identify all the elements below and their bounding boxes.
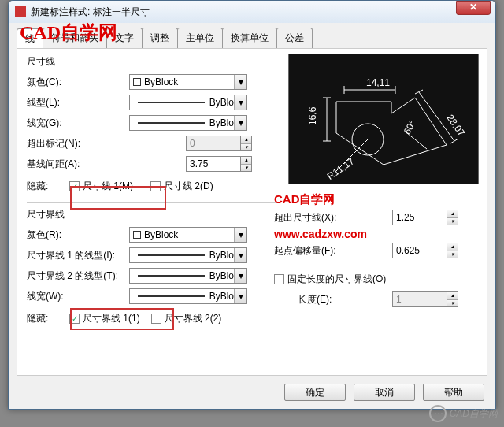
label-beyond-x: 超出尺寸线(X): [274, 211, 361, 225]
ok-button[interactable]: 确定 [284, 384, 346, 401]
chevron-down-icon: ▾ [234, 95, 246, 110]
watermark-mid2: www.cadzxw.com [274, 228, 479, 240]
svg-text:60°: 60° [402, 118, 418, 136]
chevron-down-icon: ▾ [234, 228, 246, 242]
checkbox-dimline-2[interactable] [150, 181, 161, 191]
line-sample-icon [138, 102, 205, 103]
watermark-mid1: CAD自学网 [274, 192, 479, 207]
dialog-buttons: 确定 取消 帮助 [284, 384, 484, 401]
chevron-down-icon: ▾ [234, 116, 246, 130]
tab-alt[interactable]: 换算单位 [222, 28, 277, 48]
checkbox-extline-1[interactable]: ✓ [69, 314, 80, 324]
svg-text:28,07: 28,07 [445, 113, 468, 139]
tab-primary[interactable]: 主单位 [177, 28, 223, 48]
chevron-down-icon: ▾ [234, 248, 246, 262]
chevron-down-icon: ▾ [234, 269, 246, 283]
window-title: 新建标注样式: 标注一半尺寸 [31, 6, 150, 19]
select-color-r[interactable]: ByBlock▾ [129, 227, 247, 243]
label-lineweight-w: 线宽(W): [27, 290, 129, 303]
spinner-baseline-a[interactable]: ▴▾ [241, 156, 252, 172]
select-lineweight-g[interactable]: ByBlock▾ [129, 115, 247, 131]
app-icon [15, 6, 26, 17]
line-sample-icon [138, 295, 205, 297]
label-hide2: 隐藏: [27, 312, 69, 325]
dialog-window: 新建标注样式: 标注一半尺寸 ✕ CAD自学网 线 符号和箭头 文字 调整 主单… [8, 0, 496, 410]
label-baseline-a: 基线间距(A): [27, 158, 129, 171]
line-sample-icon [138, 275, 205, 277]
label-extline-1: 尺寸界线 1(1) [83, 312, 140, 325]
label-ext1-linetype: 尺寸界线 1 的线型(I): [27, 249, 129, 262]
spinner-offset-f[interactable]: ▴▾ [447, 243, 458, 258]
label-lineweight-g: 线宽(G): [27, 117, 129, 130]
label-dimline-2: 尺寸线 2(D) [164, 180, 213, 193]
group-extension-line: 尺寸界线 颜色(R): ByBlock▾ 尺寸界线 1 的线型(I): ByBl… [27, 202, 279, 330]
select-lineweight-w[interactable]: ByBlock▾ [129, 288, 247, 304]
label-extend-n: 超出标记(N): [27, 137, 129, 150]
watermark-footer: ⋯ CAD自学网 [429, 405, 498, 422]
select-ext1-linetype[interactable]: ByBlock▾ [129, 247, 247, 263]
watermark-top: CAD自学网 [20, 20, 117, 45]
input-extend-n [186, 136, 241, 151]
chevron-down-icon: ▾ [234, 75, 246, 89]
checkbox-fixed-length[interactable] [274, 274, 284, 284]
select-color-c[interactable]: ByBlock▾ [129, 74, 247, 90]
label-fixed-length: 固定长度的尺寸界线(O) [287, 273, 386, 286]
svg-text:16,6: 16,6 [307, 106, 318, 125]
svg-text:14,11: 14,11 [366, 77, 390, 88]
input-beyond-x[interactable] [392, 210, 447, 225]
spinner-length-e: ▴▾ [447, 291, 458, 307]
help-button[interactable]: 帮助 [423, 384, 484, 401]
select-linetype-l[interactable]: ByBlock▾ [129, 95, 247, 110]
spinner-extend-n: ▴▾ [241, 136, 252, 151]
tab-content: 14,11 16,6 28,07 60° R11,17 尺寸线 颜色(C): B… [17, 48, 487, 376]
preview-svg: 14,11 16,6 28,07 60° R11,17 [289, 54, 480, 185]
label-length-e: 长度(E): [298, 293, 361, 306]
dimension-preview: 14,11 16,6 28,07 60° R11,17 [288, 54, 479, 184]
tab-fit[interactable]: 调整 [142, 28, 178, 48]
group-dimension-line: 尺寸线 颜色(C): ByBlock▾ 线型(L): ByBlock▾ 线宽(G… [27, 55, 279, 198]
checkbox-extline-2[interactable] [151, 314, 161, 324]
color-swatch-icon [133, 78, 141, 86]
label-color-r: 颜色(R): [27, 228, 129, 242]
spinner-beyond-x[interactable]: ▴▾ [447, 210, 458, 225]
input-offset-f[interactable] [392, 243, 447, 258]
wechat-icon: ⋯ [429, 405, 447, 422]
label-ext2-linetype: 尺寸界线 2 的线型(T): [27, 269, 129, 283]
label-hide: 隐藏: [27, 180, 69, 193]
color-swatch-icon [133, 231, 141, 239]
right-column: CAD自学网 超出尺寸线(X): ▴▾ www.cadzxw.com 起点偏移量… [274, 192, 479, 310]
label-offset-f: 起点偏移量(F): [274, 244, 361, 258]
line-sample-icon [138, 122, 205, 124]
line-sample-icon [138, 254, 205, 256]
label-extline-2: 尺寸界线 2(2) [165, 312, 222, 325]
input-length-e [392, 291, 447, 307]
tab-tol[interactable]: 公差 [276, 28, 313, 48]
label-color-c: 颜色(C): [27, 76, 129, 89]
group-title-dimline: 尺寸线 [27, 55, 279, 69]
chevron-down-icon: ▾ [234, 289, 246, 303]
label-dimline-1: 尺寸线 1(M) [83, 180, 133, 193]
svg-text:R11,17: R11,17 [325, 155, 357, 182]
cancel-button[interactable]: 取消 [354, 384, 415, 401]
checkbox-dimline-1[interactable]: ✓ [69, 181, 80, 191]
group-title-extline: 尺寸界线 [27, 208, 279, 221]
select-ext2-linetype[interactable]: ByBlock▾ [129, 268, 247, 284]
close-button[interactable]: ✕ [456, 1, 491, 15]
input-baseline-a[interactable] [186, 156, 241, 172]
label-linetype-l: 线型(L): [27, 96, 129, 110]
